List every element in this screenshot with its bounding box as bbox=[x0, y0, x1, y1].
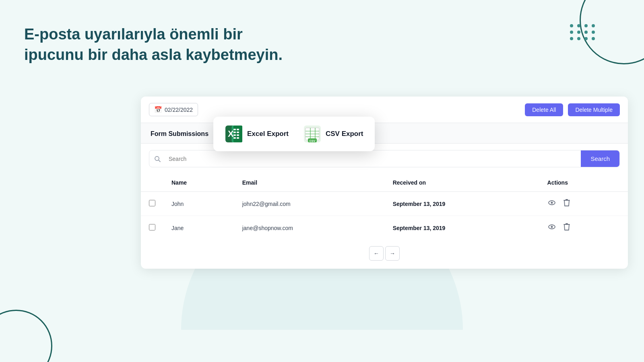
col-name: Name bbox=[163, 174, 234, 192]
view-icon[interactable] bbox=[547, 222, 556, 233]
delete-all-button[interactable]: Delete All bbox=[525, 103, 563, 116]
row-checkbox-cell bbox=[141, 192, 163, 216]
row-received-on: September 13, 2019 bbox=[385, 216, 539, 240]
delete-icon[interactable] bbox=[563, 198, 571, 209]
svg-point-27 bbox=[551, 226, 553, 228]
col-checkbox bbox=[141, 174, 163, 192]
hero-title: E-posta uyarılarıyla önemli bir ipucunu … bbox=[24, 24, 306, 66]
svg-text:CSV: CSV bbox=[310, 140, 316, 142]
svg-rect-9 bbox=[233, 134, 236, 136]
svg-rect-2 bbox=[233, 125, 242, 142]
view-icon[interactable] bbox=[547, 198, 556, 209]
calendar-icon: 📅 bbox=[154, 106, 162, 113]
toolbar: 📅 02/22/2022 Delete All Delete Multiple … bbox=[141, 97, 628, 123]
row-checkbox[interactable] bbox=[149, 224, 155, 230]
excel-icon: X bbox=[225, 125, 243, 143]
col-actions: Actions bbox=[539, 174, 628, 192]
deco-circle-bottom-left bbox=[0, 310, 52, 362]
row-name: John bbox=[163, 192, 234, 216]
row-actions bbox=[539, 216, 628, 240]
date-label: 02/22/2022 bbox=[165, 107, 193, 113]
export-dropdown: X Excel Export bbox=[213, 117, 375, 151]
svg-rect-7 bbox=[233, 132, 236, 133]
svg-rect-10 bbox=[237, 134, 239, 136]
svg-text:X: X bbox=[228, 129, 234, 139]
svg-point-25 bbox=[551, 202, 553, 204]
row-actions bbox=[539, 192, 628, 216]
delete-icon[interactable] bbox=[563, 222, 571, 233]
row-checkbox[interactable] bbox=[149, 200, 155, 206]
excel-export-option[interactable]: X Excel Export bbox=[225, 125, 289, 143]
row-name: Jane bbox=[163, 216, 234, 240]
col-email: Email bbox=[234, 174, 385, 192]
excel-export-label: Excel Export bbox=[247, 130, 289, 138]
main-panel: 📅 02/22/2022 Delete All Delete Multiple … bbox=[141, 97, 628, 269]
date-badge: 📅 02/22/2022 bbox=[149, 103, 198, 116]
svg-rect-5 bbox=[233, 129, 236, 130]
pagination: ← → bbox=[141, 240, 628, 269]
table-row: John john22@gmail.com September 13, 2019 bbox=[141, 192, 628, 216]
dot-grid bbox=[570, 24, 596, 40]
svg-rect-11 bbox=[233, 137, 236, 139]
table-row: Jane jane@shopnow.com September 13, 2019 bbox=[141, 216, 628, 240]
row-email: jane@shopnow.com bbox=[234, 216, 385, 240]
table-header: Name Email Received on Actions bbox=[141, 174, 628, 192]
svg-line-23 bbox=[159, 160, 160, 162]
submissions-table: Name Email Received on Actions John john… bbox=[141, 174, 628, 240]
pagination-prev-button[interactable]: ← bbox=[369, 246, 384, 261]
row-checkbox-cell bbox=[141, 216, 163, 240]
hero-section: E-posta uyarılarıyla önemli bir ipucunu … bbox=[24, 24, 306, 66]
search-icon bbox=[149, 156, 165, 162]
search-button[interactable]: Search bbox=[581, 150, 619, 167]
svg-rect-12 bbox=[237, 137, 239, 139]
deco-circle-top-right bbox=[580, 0, 644, 64]
row-email: john22@gmail.com bbox=[234, 192, 385, 216]
col-received-on: Received on bbox=[385, 174, 539, 192]
delete-multiple-button[interactable]: Delete Multiple bbox=[568, 103, 620, 116]
csv-export-label: CSV Export bbox=[326, 130, 363, 138]
csv-export-option[interactable]: CSV CSV Export bbox=[303, 125, 363, 143]
pagination-next-button[interactable]: → bbox=[385, 246, 400, 261]
svg-rect-8 bbox=[237, 132, 239, 133]
svg-rect-6 bbox=[237, 129, 239, 130]
table-body: John john22@gmail.com September 13, 2019 bbox=[141, 192, 628, 240]
search-input[interactable] bbox=[165, 151, 581, 167]
row-received-on: September 13, 2019 bbox=[385, 192, 539, 216]
search-bar: Search bbox=[149, 150, 620, 167]
csv-icon: CSV bbox=[303, 125, 322, 143]
